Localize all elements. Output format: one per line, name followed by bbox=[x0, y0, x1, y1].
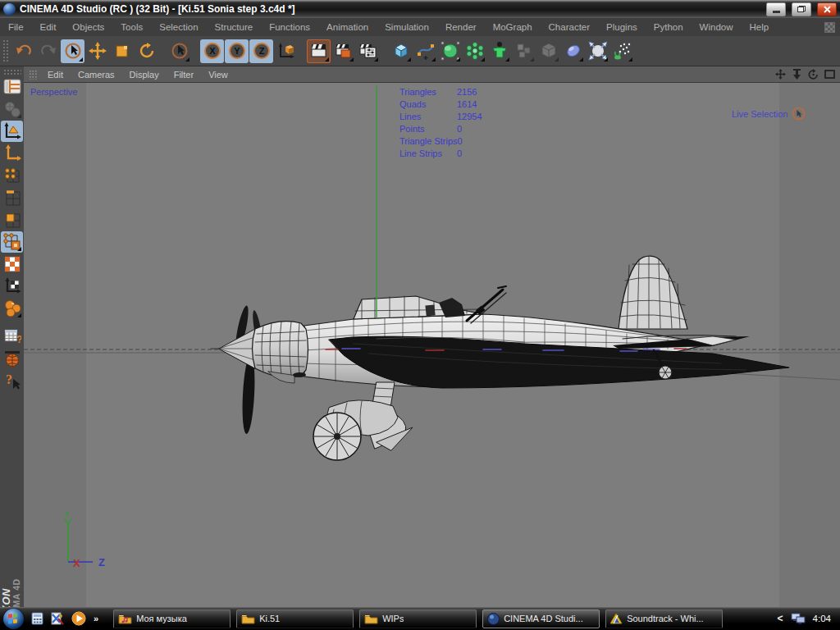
toolbar-drag-handle[interactable] bbox=[2, 39, 8, 62]
menu-mograph[interactable]: MoGraph bbox=[485, 18, 541, 36]
menu-simulation[interactable]: Simulation bbox=[377, 18, 437, 36]
close-button[interactable] bbox=[817, 2, 837, 16]
main-toolbar: X Y Z bbox=[0, 36, 840, 66]
mograph-icon bbox=[465, 41, 485, 61]
model-mode-button[interactable] bbox=[1, 121, 23, 142]
snap-settings-button[interactable]: ? bbox=[1, 326, 23, 347]
modifier-button[interactable] bbox=[536, 39, 560, 63]
cinema4d-task-icon bbox=[487, 613, 500, 625]
ik-spheres-icon bbox=[3, 299, 21, 317]
maximize-view-icon[interactable] bbox=[824, 70, 835, 79]
lock-z-axis-button[interactable]: Z bbox=[249, 39, 273, 63]
points-mode-button[interactable] bbox=[1, 165, 23, 186]
menu-window[interactable]: Window bbox=[692, 18, 742, 36]
windows-taskbar: » Моя музыка Ki.51 WIPs CINEMA 4D Studi.… bbox=[0, 607, 840, 630]
camera-label[interactable]: Perspective bbox=[30, 87, 77, 97]
particle-emitter-icon bbox=[588, 41, 608, 61]
quick-launch-overflow-icon[interactable]: » bbox=[94, 614, 98, 623]
object-axis-mode-button[interactable] bbox=[1, 143, 23, 164]
minimize-button[interactable] bbox=[766, 2, 786, 16]
music-folder-icon bbox=[118, 614, 132, 624]
selection-tool[interactable] bbox=[167, 39, 191, 63]
add-cube-button[interactable] bbox=[389, 39, 413, 63]
scale-tool[interactable] bbox=[110, 39, 134, 63]
hair-button[interactable] bbox=[610, 39, 634, 63]
viewport-menu-edit[interactable]: Edit bbox=[40, 70, 71, 80]
undo-button[interactable] bbox=[11, 39, 35, 63]
media-player-quick-icon[interactable] bbox=[71, 611, 86, 626]
texture-axis-mode-button[interactable] bbox=[1, 276, 23, 297]
stat-row: Quads1614 bbox=[399, 98, 482, 111]
menu-help[interactable]: Help bbox=[742, 18, 778, 36]
svg-text:Z: Z bbox=[258, 46, 264, 56]
viewport-drag-handle[interactable] bbox=[29, 70, 37, 80]
menu-character[interactable]: Character bbox=[541, 18, 599, 36]
viewport-menu-filter[interactable]: Filter bbox=[167, 70, 201, 80]
add-spline-button[interactable] bbox=[413, 39, 437, 63]
tray-collapse-icon[interactable]: < bbox=[778, 613, 783, 624]
particles-button[interactable] bbox=[586, 39, 609, 63]
palette-grid-icon[interactable] bbox=[824, 22, 835, 33]
environment-button[interactable] bbox=[561, 39, 585, 63]
svg-text:Y: Y bbox=[64, 510, 70, 519]
world-mode-button[interactable] bbox=[1, 98, 23, 120]
polygon-mode-icon bbox=[3, 211, 21, 229]
layout-button[interactable] bbox=[1, 76, 23, 98]
pan-view-icon[interactable] bbox=[775, 69, 786, 80]
uv-polygon-mode-button[interactable] bbox=[1, 231, 23, 253]
character-button[interactable] bbox=[487, 39, 511, 63]
restore-button[interactable] bbox=[792, 2, 811, 16]
menu-selection[interactable]: Selection bbox=[151, 18, 206, 36]
menu-file[interactable]: File bbox=[0, 18, 32, 36]
graphics-app-icon[interactable] bbox=[51, 612, 64, 625]
move-tool[interactable] bbox=[85, 39, 109, 63]
add-generator-button[interactable] bbox=[438, 39, 462, 63]
spline-pen-icon bbox=[416, 41, 436, 61]
render-view-button[interactable] bbox=[307, 39, 331, 63]
live-selection-tool[interactable] bbox=[61, 39, 84, 63]
viewport-menu-view[interactable]: View bbox=[201, 70, 235, 80]
coordinate-system-button[interactable] bbox=[274, 39, 298, 63]
task-wips[interactable]: WIPs bbox=[359, 609, 477, 628]
tray-clock[interactable]: 4:04 bbox=[813, 614, 831, 623]
viewport-canvas[interactable]: Y Z X Perspective Triangles2156 Quads161… bbox=[24, 83, 840, 607]
help-button[interactable]: ? bbox=[1, 370, 23, 391]
calculator-app-icon[interactable] bbox=[31, 612, 43, 625]
menu-edit[interactable]: Edit bbox=[32, 18, 65, 36]
texture-view-button[interactable] bbox=[1, 348, 23, 369]
menu-render[interactable]: Render bbox=[437, 18, 485, 36]
redo-button[interactable] bbox=[36, 39, 60, 63]
texture-mode-button[interactable] bbox=[1, 253, 23, 275]
polygon-mode-button[interactable] bbox=[1, 209, 23, 231]
lock-x-axis-button[interactable]: X bbox=[200, 39, 224, 63]
task-moya-muzyka[interactable]: Моя музыка bbox=[113, 609, 231, 628]
menu-animation[interactable]: Animation bbox=[318, 18, 377, 36]
sidebar-drag-handle[interactable] bbox=[3, 69, 21, 75]
task-soundtrack[interactable]: Soundtrack - Whi... bbox=[605, 609, 723, 628]
render-picture-viewer-button[interactable] bbox=[331, 39, 355, 63]
stat-row: Line Strips0 bbox=[399, 148, 482, 160]
mograph-cloner-button[interactable] bbox=[463, 39, 486, 63]
zoom-view-icon[interactable] bbox=[792, 69, 802, 80]
viewport-menu-display[interactable]: Display bbox=[122, 70, 167, 80]
task-ki51[interactable]: Ki.51 bbox=[236, 609, 354, 628]
menu-python[interactable]: Python bbox=[646, 18, 692, 36]
network-tray-icon[interactable] bbox=[791, 613, 806, 624]
menu-bar: File Edit Objects Tools Selection Struct… bbox=[0, 18, 840, 36]
menu-objects[interactable]: Objects bbox=[64, 18, 112, 36]
folder-icon bbox=[364, 614, 378, 624]
menu-plugins[interactable]: Plugins bbox=[598, 18, 646, 36]
task-cinema4d[interactable]: CINEMA 4D Studi... bbox=[482, 609, 600, 628]
deformer-button[interactable] bbox=[512, 39, 536, 63]
viewport-menu-cameras[interactable]: Cameras bbox=[71, 70, 122, 80]
menu-structure[interactable]: Structure bbox=[207, 18, 262, 36]
kinematics-button[interactable] bbox=[1, 298, 23, 319]
rotate-tool[interactable] bbox=[135, 39, 158, 63]
lock-y-axis-button[interactable]: Y bbox=[225, 39, 249, 63]
menu-tools[interactable]: Tools bbox=[112, 18, 151, 36]
edge-mode-button[interactable] bbox=[1, 187, 23, 208]
menu-functions[interactable]: Functions bbox=[261, 18, 318, 36]
render-settings-button[interactable] bbox=[356, 39, 380, 63]
rotate-view-icon[interactable] bbox=[808, 69, 819, 80]
start-button[interactable] bbox=[3, 609, 24, 629]
